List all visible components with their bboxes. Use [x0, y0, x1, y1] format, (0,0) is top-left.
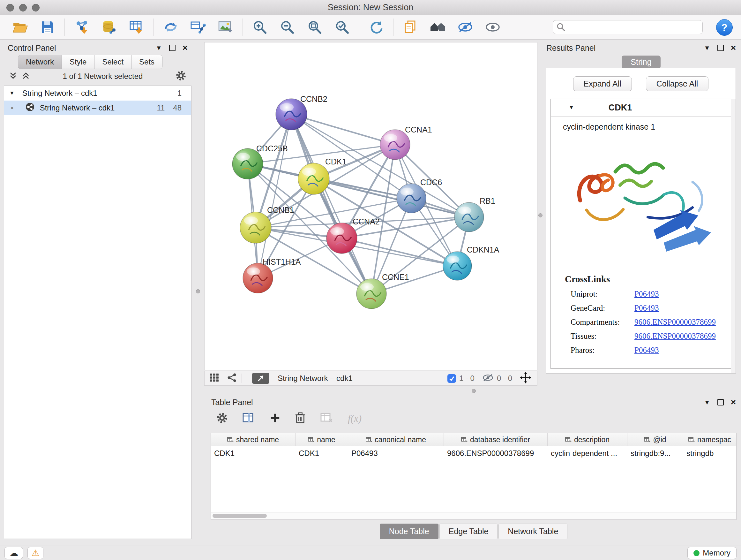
- tab-network-table[interactable]: Network Table: [498, 523, 567, 539]
- network-node[interactable]: [380, 130, 410, 160]
- search-input[interactable]: [553, 20, 703, 34]
- network-node[interactable]: [443, 252, 472, 280]
- scrollbar-thumb[interactable]: [212, 514, 267, 518]
- selected-checkbox-icon[interactable]: [448, 374, 456, 383]
- gene-description: cyclin-dependent kinase 1: [563, 122, 731, 132]
- disclosure-triangle-icon[interactable]: ▼: [569, 105, 574, 111]
- column-header-shared-name[interactable]: shared name: [211, 433, 295, 446]
- network-edge[interactable]: [291, 114, 372, 294]
- collapse-all-button[interactable]: Collapse All: [646, 76, 709, 91]
- show-column-icon[interactable]: [243, 412, 255, 425]
- column-header-description[interactable]: description: [548, 433, 627, 446]
- panel-float-icon[interactable]: [718, 399, 724, 406]
- expand-all-icon[interactable]: [22, 71, 30, 81]
- column-header-database-identifier[interactable]: database identifier: [444, 433, 548, 446]
- zoom-out-button[interactable]: [273, 17, 301, 37]
- network-node-label: HIST1H1A: [263, 257, 301, 266]
- panel-collapse-icon[interactable]: ▼: [704, 45, 711, 51]
- disclosure-triangle-icon[interactable]: ▼: [9, 90, 15, 97]
- create-column-plus-icon[interactable]: [270, 413, 280, 424]
- network-node[interactable]: [397, 184, 426, 213]
- import-network-from-database-button[interactable]: [95, 17, 123, 37]
- crosslink-link[interactable]: P06493: [634, 346, 659, 355]
- crosslink-link[interactable]: 9606.ENSP00000378699: [634, 318, 716, 327]
- network-node[interactable]: [243, 263, 273, 293]
- network-edge[interactable]: [258, 114, 291, 278]
- splitter-handle[interactable]: [472, 389, 476, 393]
- panel-close-icon[interactable]: ×: [731, 44, 736, 52]
- crosslink-link[interactable]: P06493: [634, 290, 659, 299]
- help-button[interactable]: ?: [716, 19, 733, 36]
- birds-eye-view-icon[interactable]: [209, 373, 219, 383]
- hide-selected-button[interactable]: [452, 17, 479, 37]
- apply-layout-button[interactable]: [362, 17, 390, 37]
- open-session-button[interactable]: [6, 17, 34, 37]
- open-in-new-window-button[interactable]: [252, 373, 269, 384]
- network-node[interactable]: [455, 202, 484, 232]
- network-node[interactable]: [327, 223, 357, 253]
- import-network-from-file-button[interactable]: [68, 17, 95, 37]
- tab-select[interactable]: Select: [94, 55, 131, 69]
- network-collection-row[interactable]: ▼ String Network – cdk1 1: [4, 86, 191, 101]
- close-window-button[interactable]: [6, 4, 14, 11]
- splitter-handle[interactable]: [538, 213, 542, 217]
- collapse-all-icon[interactable]: [9, 71, 17, 81]
- save-session-button[interactable]: [34, 17, 61, 37]
- new-network-from-selection-button[interactable]: [185, 17, 212, 37]
- minimize-window-button[interactable]: [19, 4, 27, 11]
- splitter-handle[interactable]: [196, 289, 200, 294]
- network-share-icon[interactable]: [227, 373, 237, 383]
- horizontal-scrollbar[interactable]: [211, 512, 736, 519]
- tab-edge-table[interactable]: Edge Table: [440, 523, 498, 539]
- column-header-id[interactable]: @id: [627, 433, 683, 446]
- tab-network[interactable]: Network: [18, 55, 62, 69]
- export-image-button[interactable]: [212, 17, 239, 37]
- table-settings-gear-icon[interactable]: [216, 412, 228, 425]
- tab-sets[interactable]: Sets: [131, 55, 162, 69]
- vertical-scrollbar[interactable]: [731, 99, 736, 373]
- network-edge[interactable]: [291, 114, 395, 145]
- crosslink-link[interactable]: 9606.ENSP00000378699: [634, 332, 716, 341]
- network-node[interactable]: [232, 148, 263, 179]
- cloud-button[interactable]: ☁: [4, 547, 23, 559]
- import-table-from-file-button[interactable]: [123, 17, 150, 37]
- column-header-canonical-name[interactable]: canonical name: [348, 433, 444, 446]
- network-view-canvas[interactable]: CCNB2CCNA1CDC25BCDK1CDC6RB1CCNB1CCNA2CDK…: [204, 42, 537, 370]
- gene-symbol: CDK1: [609, 103, 632, 113]
- zoom-window-button[interactable]: [32, 4, 40, 11]
- network-node[interactable]: [298, 163, 329, 194]
- network-graph[interactable]: CCNB2CCNA1CDC25BCDK1CDC6RB1CCNB1CCNA2CDK…: [205, 43, 537, 370]
- hidden-eye-slash-icon[interactable]: [482, 373, 494, 384]
- warnings-button[interactable]: ⚠: [27, 547, 44, 559]
- panel-float-icon[interactable]: [718, 45, 724, 51]
- panel-close-icon[interactable]: ×: [183, 44, 188, 52]
- column-header-name[interactable]: name: [295, 433, 348, 446]
- zoom-fit-content-button[interactable]: [301, 17, 328, 37]
- delete-column-trash-icon[interactable]: [295, 412, 306, 425]
- table-row[interactable]: CDK1 CDK1 P06493 9606.ENSP00000378699 cy…: [211, 446, 736, 460]
- pan-crosshair-icon[interactable]: [520, 372, 531, 385]
- zoom-in-button[interactable]: [246, 17, 273, 37]
- tab-string[interactable]: String: [622, 56, 660, 69]
- expand-all-button[interactable]: Expand All: [573, 76, 632, 91]
- panel-close-icon[interactable]: ×: [731, 398, 736, 407]
- first-neighbors-button[interactable]: [424, 17, 452, 37]
- panel-collapse-icon[interactable]: ▼: [704, 399, 711, 406]
- clone-network-button[interactable]: [157, 17, 185, 37]
- memory-button[interactable]: Memory: [687, 547, 737, 559]
- network-node[interactable]: [240, 212, 271, 243]
- panel-float-icon[interactable]: [169, 45, 176, 51]
- network-row-selected[interactable]: ● String Network – cdk1 11 48: [4, 101, 191, 115]
- tab-style[interactable]: Style: [62, 55, 94, 69]
- show-all-button[interactable]: [479, 17, 507, 37]
- tab-node-table[interactable]: Node Table: [380, 523, 439, 539]
- crosslink-link[interactable]: P06493: [634, 304, 659, 313]
- panel-collapse-icon[interactable]: ▼: [156, 45, 162, 51]
- gear-icon[interactable]: [176, 70, 186, 82]
- gene-card-header[interactable]: ▼ CDK1: [551, 99, 731, 117]
- network-edge[interactable]: [342, 238, 457, 266]
- zoom-selected-button[interactable]: [328, 17, 356, 37]
- copy-document-button[interactable]: [397, 17, 424, 37]
- network-node[interactable]: [356, 279, 387, 309]
- column-header-namespace[interactable]: namespac: [683, 433, 736, 446]
